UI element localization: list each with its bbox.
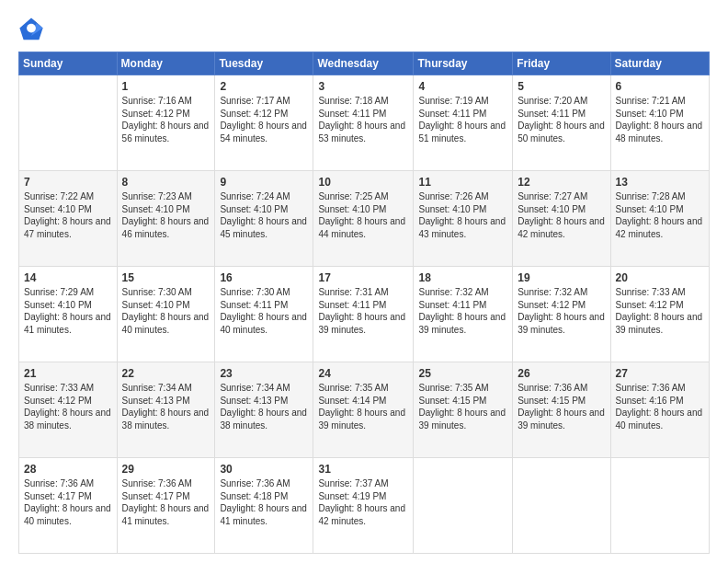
day-number: 27 (616, 367, 704, 380)
day-number: 1 (122, 80, 210, 93)
day-info: Sunrise: 7:35 AM Sunset: 4:15 PM Dayligh… (418, 382, 507, 431)
day-cell: 31 Sunrise: 7:37 AM Sunset: 4:19 PM Dayl… (313, 458, 414, 554)
day-number: 24 (318, 367, 408, 380)
day-info: Sunrise: 7:30 AM Sunset: 4:10 PM Dayligh… (122, 286, 210, 336)
day-number: 25 (418, 367, 507, 380)
calendar-body: 1 Sunrise: 7:16 AM Sunset: 4:12 PM Dayli… (19, 75, 710, 554)
day-info: Sunrise: 7:36 AM Sunset: 4:16 PM Dayligh… (616, 382, 704, 431)
day-number: 7 (24, 176, 112, 189)
day-info: Sunrise: 7:34 AM Sunset: 4:13 PM Dayligh… (122, 382, 210, 431)
day-number: 31 (318, 463, 408, 476)
day-number: 3 (318, 80, 408, 93)
day-cell: 2 Sunrise: 7:17 AM Sunset: 4:12 PM Dayli… (215, 75, 313, 171)
day-cell: 4 Sunrise: 7:19 AM Sunset: 4:11 PM Dayli… (414, 75, 513, 171)
day-info: Sunrise: 7:16 AM Sunset: 4:12 PM Dayligh… (122, 95, 210, 144)
day-cell: 11 Sunrise: 7:26 AM Sunset: 4:10 PM Dayl… (414, 171, 513, 267)
day-cell (414, 458, 513, 554)
day-number: 28 (24, 463, 112, 476)
day-number: 20 (616, 271, 704, 284)
day-cell: 1 Sunrise: 7:16 AM Sunset: 4:12 PM Dayli… (117, 75, 215, 171)
week-row-1: 1 Sunrise: 7:16 AM Sunset: 4:12 PM Dayli… (19, 75, 710, 171)
logo-icon (18, 17, 44, 42)
day-info: Sunrise: 7:29 AM Sunset: 4:10 PM Dayligh… (24, 286, 112, 336)
day-info: Sunrise: 7:32 AM Sunset: 4:12 PM Dayligh… (518, 286, 605, 336)
col-header-tuesday: Tuesday (215, 52, 313, 75)
week-row-5: 28 Sunrise: 7:36 AM Sunset: 4:17 PM Dayl… (19, 458, 710, 554)
col-header-thursday: Thursday (414, 52, 513, 75)
day-cell: 21 Sunrise: 7:33 AM Sunset: 4:12 PM Dayl… (19, 362, 118, 458)
day-number: 5 (518, 80, 605, 93)
day-cell: 19 Sunrise: 7:32 AM Sunset: 4:12 PM Dayl… (513, 267, 610, 362)
day-info: Sunrise: 7:37 AM Sunset: 4:19 PM Dayligh… (318, 477, 408, 527)
day-cell: 20 Sunrise: 7:33 AM Sunset: 4:12 PM Dayl… (610, 267, 709, 362)
day-info: Sunrise: 7:26 AM Sunset: 4:10 PM Dayligh… (418, 190, 507, 240)
day-cell: 30 Sunrise: 7:36 AM Sunset: 4:18 PM Dayl… (215, 458, 313, 554)
week-row-4: 21 Sunrise: 7:33 AM Sunset: 4:12 PM Dayl… (19, 362, 710, 458)
day-info: Sunrise: 7:36 AM Sunset: 4:15 PM Dayligh… (518, 382, 605, 431)
col-header-monday: Monday (117, 52, 215, 75)
day-info: Sunrise: 7:22 AM Sunset: 4:10 PM Dayligh… (24, 190, 112, 240)
day-number: 23 (220, 367, 308, 380)
day-info: Sunrise: 7:36 AM Sunset: 4:17 PM Dayligh… (122, 477, 210, 527)
col-header-wednesday: Wednesday (313, 52, 414, 75)
day-cell: 10 Sunrise: 7:25 AM Sunset: 4:10 PM Dayl… (313, 171, 414, 267)
day-cell: 24 Sunrise: 7:35 AM Sunset: 4:14 PM Dayl… (313, 362, 414, 458)
day-number: 4 (418, 80, 507, 93)
day-cell: 22 Sunrise: 7:34 AM Sunset: 4:13 PM Dayl… (117, 362, 215, 458)
day-cell: 16 Sunrise: 7:30 AM Sunset: 4:11 PM Dayl… (215, 267, 313, 362)
day-info: Sunrise: 7:30 AM Sunset: 4:11 PM Dayligh… (220, 286, 308, 336)
day-info: Sunrise: 7:27 AM Sunset: 4:10 PM Dayligh… (518, 190, 605, 240)
day-info: Sunrise: 7:28 AM Sunset: 4:10 PM Dayligh… (616, 190, 704, 240)
day-number: 17 (318, 271, 408, 284)
day-cell: 14 Sunrise: 7:29 AM Sunset: 4:10 PM Dayl… (19, 267, 118, 362)
calendar-header: SundayMondayTuesdayWednesdayThursdayFrid… (19, 52, 710, 75)
day-number: 30 (220, 463, 308, 476)
header (18, 17, 710, 42)
day-number: 22 (122, 367, 210, 380)
day-cell (513, 458, 610, 554)
day-number: 8 (122, 176, 210, 189)
day-cell: 28 Sunrise: 7:36 AM Sunset: 4:17 PM Dayl… (19, 458, 118, 554)
day-number: 9 (220, 176, 308, 189)
day-info: Sunrise: 7:33 AM Sunset: 4:12 PM Dayligh… (616, 286, 704, 336)
week-row-3: 14 Sunrise: 7:29 AM Sunset: 4:10 PM Dayl… (19, 267, 710, 362)
svg-point-3 (27, 24, 36, 33)
logo (18, 17, 48, 42)
col-header-saturday: Saturday (610, 52, 709, 75)
day-cell: 17 Sunrise: 7:31 AM Sunset: 4:11 PM Dayl… (313, 267, 414, 362)
page: SundayMondayTuesdayWednesdayThursdayFrid… (0, 0, 728, 563)
col-header-sunday: Sunday (19, 52, 118, 75)
day-cell: 8 Sunrise: 7:23 AM Sunset: 4:10 PM Dayli… (117, 171, 215, 267)
day-info: Sunrise: 7:17 AM Sunset: 4:12 PM Dayligh… (220, 95, 308, 144)
calendar-table: SundayMondayTuesdayWednesdayThursdayFrid… (18, 52, 710, 554)
week-row-2: 7 Sunrise: 7:22 AM Sunset: 4:10 PM Dayli… (19, 171, 710, 267)
day-number: 12 (518, 176, 605, 189)
day-info: Sunrise: 7:31 AM Sunset: 4:11 PM Dayligh… (318, 286, 408, 336)
day-info: Sunrise: 7:19 AM Sunset: 4:11 PM Dayligh… (418, 95, 507, 144)
day-cell: 7 Sunrise: 7:22 AM Sunset: 4:10 PM Dayli… (19, 171, 118, 267)
day-info: Sunrise: 7:24 AM Sunset: 4:10 PM Dayligh… (220, 190, 308, 240)
day-number: 29 (122, 463, 210, 476)
day-cell: 25 Sunrise: 7:35 AM Sunset: 4:15 PM Dayl… (414, 362, 513, 458)
header-row: SundayMondayTuesdayWednesdayThursdayFrid… (19, 52, 710, 75)
col-header-friday: Friday (513, 52, 610, 75)
day-cell: 29 Sunrise: 7:36 AM Sunset: 4:17 PM Dayl… (117, 458, 215, 554)
day-number: 2 (220, 80, 308, 93)
day-info: Sunrise: 7:35 AM Sunset: 4:14 PM Dayligh… (318, 382, 408, 431)
day-cell: 23 Sunrise: 7:34 AM Sunset: 4:13 PM Dayl… (215, 362, 313, 458)
day-number: 15 (122, 271, 210, 284)
day-cell: 5 Sunrise: 7:20 AM Sunset: 4:11 PM Dayli… (513, 75, 610, 171)
day-number: 13 (616, 176, 704, 189)
day-info: Sunrise: 7:33 AM Sunset: 4:12 PM Dayligh… (24, 382, 112, 431)
day-cell: 13 Sunrise: 7:28 AM Sunset: 4:10 PM Dayl… (610, 171, 709, 267)
day-cell: 6 Sunrise: 7:21 AM Sunset: 4:10 PM Dayli… (610, 75, 709, 171)
day-number: 26 (518, 367, 605, 380)
day-info: Sunrise: 7:36 AM Sunset: 4:18 PM Dayligh… (220, 477, 308, 527)
day-cell: 18 Sunrise: 7:32 AM Sunset: 4:11 PM Dayl… (414, 267, 513, 362)
day-info: Sunrise: 7:36 AM Sunset: 4:17 PM Dayligh… (24, 477, 112, 527)
day-info: Sunrise: 7:20 AM Sunset: 4:11 PM Dayligh… (518, 95, 605, 144)
day-number: 6 (616, 80, 704, 93)
day-info: Sunrise: 7:21 AM Sunset: 4:10 PM Dayligh… (616, 95, 704, 144)
day-cell (610, 458, 709, 554)
day-number: 18 (418, 271, 507, 284)
